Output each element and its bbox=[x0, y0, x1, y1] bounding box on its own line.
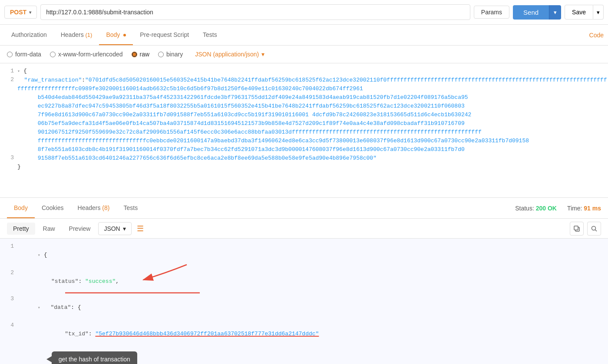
code-link[interactable]: Code bbox=[589, 32, 604, 39]
params-button[interactable]: Params bbox=[474, 6, 509, 19]
status-label: Status: 200 OK bbox=[515, 205, 557, 212]
json-chevron-icon: ▾ bbox=[261, 51, 264, 58]
tab-tests[interactable]: Tests bbox=[196, 25, 224, 45]
resp-tab-body[interactable]: Body bbox=[7, 198, 35, 218]
response-format-bar: Pretty Raw Preview JSON ▾ ☰ bbox=[0, 219, 608, 239]
line-numbers: 1 2 3 bbox=[0, 67, 17, 194]
tab-body[interactable]: Body bbox=[99, 25, 133, 45]
body-type-bar: form-data x-www-form-urlencoded raw bina… bbox=[0, 46, 608, 63]
send-chevron-button[interactable]: ▾ bbox=[549, 5, 561, 20]
pretty-button[interactable]: Pretty bbox=[7, 223, 35, 235]
response-tab-bar: Body Cookies Headers (8) Tests Status: 2… bbox=[0, 198, 608, 219]
resp-line-3: 3 ▾ "data": { bbox=[0, 295, 608, 321]
tab-authorization[interactable]: Authorization bbox=[4, 25, 54, 45]
method-chevron-icon: ▾ bbox=[29, 10, 31, 15]
json-format-chevron-icon: ▾ bbox=[123, 225, 126, 232]
save-group: Save ▾ bbox=[565, 5, 604, 20]
copy-button[interactable] bbox=[570, 222, 584, 236]
send-button[interactable]: Send bbox=[513, 5, 549, 20]
method-select[interactable]: POST ▾ bbox=[4, 6, 37, 19]
url-input[interactable] bbox=[40, 4, 470, 20]
raw-button[interactable]: Raw bbox=[37, 223, 61, 235]
tab-headers[interactable]: Headers (1) bbox=[54, 25, 99, 45]
send-group: Send ▾ bbox=[513, 5, 561, 20]
body-dot-indicator bbox=[123, 34, 126, 36]
save-button[interactable]: Save bbox=[565, 5, 593, 20]
svg-point-2 bbox=[592, 226, 596, 230]
search-button[interactable] bbox=[587, 222, 601, 236]
radio-binary[interactable]: binary bbox=[158, 51, 183, 58]
resp-tab-tests[interactable]: Tests bbox=[116, 198, 145, 218]
tooltip-arrow bbox=[46, 356, 52, 362]
response-code-area: 1 ▾{ 2 "status": "success", 3 ▾ "data": … bbox=[0, 239, 608, 364]
radio-raw[interactable]: raw bbox=[132, 51, 150, 58]
search-icon bbox=[591, 225, 598, 232]
request-tab-bar: Authorization Headers (1) Body Pre-reque… bbox=[0, 25, 608, 46]
json-type-dropdown[interactable]: JSON (application/json) ▾ bbox=[195, 51, 264, 58]
tab-pre-request[interactable]: Pre-request Script bbox=[133, 25, 196, 45]
top-bar: POST ▾ Params Send ▾ Save ▾ bbox=[0, 0, 608, 25]
svg-line-3 bbox=[595, 230, 597, 231]
radio-form-data[interactable]: form-data bbox=[7, 51, 41, 58]
resp-line-4: 4 "tx_id": "5ef27b930646d468bbb436d34069… bbox=[0, 321, 608, 364]
status-info: Status: 200 OK Time: 91 ms bbox=[515, 205, 601, 212]
resp-tab-cookies[interactable]: Cookies bbox=[35, 198, 71, 218]
svg-rect-1 bbox=[574, 226, 578, 230]
preview-button[interactable]: Preview bbox=[63, 223, 97, 235]
request-code-editor[interactable]: 1 2 3 ▾{ "raw_transaction":"0701dfd5c8d5… bbox=[0, 63, 608, 198]
json-format-dropdown[interactable]: JSON ▾ bbox=[98, 222, 131, 235]
save-chevron-button[interactable]: ▾ bbox=[593, 5, 604, 20]
tooltip-bubble: get the hash of transaction bbox=[52, 351, 137, 364]
time-value: 91 ms bbox=[584, 205, 601, 212]
resp-line-2: 2 "status": "success", bbox=[0, 269, 608, 295]
copy-icon bbox=[573, 225, 580, 232]
tooltip-anchor: get the hash of transaction bbox=[43, 356, 74, 364]
tx-id-value: "5ef27b930646d468bbb436d3406972ff201aa63… bbox=[95, 331, 319, 337]
status-value: 200 OK bbox=[536, 205, 557, 212]
method-label: POST bbox=[10, 9, 26, 16]
resp-tab-headers[interactable]: Headers (8) bbox=[71, 198, 117, 218]
request-code-content: ▾{ "raw_transaction":"0701dfd5c8d5050201… bbox=[17, 67, 608, 194]
radio-urlencoded[interactable]: x-www-form-urlencoded bbox=[50, 51, 123, 58]
resp-line-1: 1 ▾{ bbox=[0, 242, 608, 269]
sort-icon[interactable]: ☰ bbox=[137, 224, 144, 233]
time-label: Time: 91 ms bbox=[567, 205, 601, 212]
resp-icons bbox=[570, 222, 601, 236]
